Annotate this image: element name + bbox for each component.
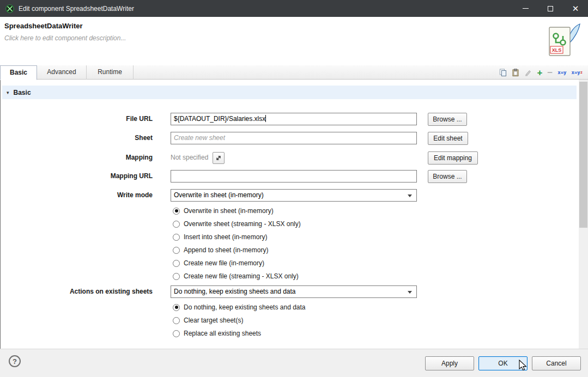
- write-mode-option-3[interactable]: Append to sheet (in-memory): [173, 244, 268, 256]
- component-description-field[interactable]: Click here to edit component description…: [4, 34, 126, 42]
- file-url-input[interactable]: ${DATAOUT_DIR}/Salaries.xlsx: [171, 113, 417, 125]
- edit-component-dialog: Edit component SpreadsheetDataWriter ✕ S…: [0, 0, 588, 377]
- clear-icon[interactable]: [524, 68, 532, 77]
- icon-xls-label: XLS: [552, 47, 562, 53]
- minimize-button[interactable]: [513, 0, 538, 17]
- remove-icon[interactable]: −: [547, 68, 553, 77]
- open-mapping-editor-button[interactable]: [213, 152, 225, 164]
- minimize-icon: [523, 8, 529, 9]
- write-mode-option-5[interactable]: Create new file (streaming - XLSX only): [173, 270, 299, 282]
- tab-basic[interactable]: Basic: [0, 65, 37, 80]
- expand-diagonal-icon: [215, 155, 222, 161]
- file-url-label: File URL: [11, 113, 153, 125]
- component-name: SpreadsheetDataWriter: [4, 22, 83, 30]
- section-title: Basic: [14, 89, 31, 96]
- radio-icon[interactable]: [173, 234, 180, 241]
- help-icon: ?: [13, 357, 17, 366]
- dialog-header: SpreadsheetDataWriter Click here to edit…: [0, 17, 588, 65]
- radio-icon[interactable]: [173, 247, 180, 254]
- chevron-down-icon: [408, 194, 412, 197]
- write-mode-option-4[interactable]: Create new file (in-memory): [173, 257, 264, 269]
- mapping-url-input[interactable]: [171, 170, 417, 183]
- paste-icon[interactable]: [512, 68, 519, 77]
- write-mode-combobox[interactable]: Overwrite in sheet (in-memory): [171, 189, 417, 202]
- window-title: Edit component SpreadsheetDataWriter: [19, 5, 134, 13]
- text-caret: [265, 115, 266, 122]
- title-bar[interactable]: Edit component SpreadsheetDataWriter ✕: [0, 0, 588, 17]
- actions-on-existing-sheets-combobox[interactable]: Do nothing, keep existing sheets and dat…: [171, 285, 417, 298]
- scrollbar-thumb[interactable]: [579, 82, 587, 228]
- sheet-placeholder: Create new sheet: [174, 134, 225, 142]
- spreadsheet-writer-icon: XLS: [546, 22, 582, 62]
- tab-runtime[interactable]: Runtime: [87, 65, 134, 80]
- apply-button[interactable]: Apply: [425, 356, 474, 370]
- write-mode-selected-value: Overwrite in sheet (in-memory): [174, 191, 264, 199]
- edit-sheet-button[interactable]: Edit sheet: [428, 132, 468, 145]
- mapping-label: Mapping: [11, 151, 153, 164]
- radio-icon[interactable]: [173, 317, 180, 324]
- close-button[interactable]: ✕: [563, 0, 588, 17]
- maximize-button[interactable]: [538, 0, 563, 17]
- mouse-cursor: [519, 360, 530, 372]
- app-icon: [5, 4, 14, 13]
- chevron-down-icon: [408, 291, 412, 294]
- dialog-footer: ? Apply OK Cancel: [0, 349, 588, 377]
- vertical-scrollbar[interactable]: [579, 80, 588, 349]
- close-icon: ✕: [572, 4, 579, 13]
- section-basic-header[interactable]: ▾ Basic: [2, 86, 577, 99]
- write-mode-label: Write mode: [11, 189, 153, 202]
- simple-mapping-icon[interactable]: x=y: [557, 68, 566, 77]
- file-url-value: ${DATAOUT_DIR}/Salaries.xlsx: [174, 115, 265, 123]
- collapse-twistie-icon[interactable]: ▾: [7, 90, 9, 95]
- file-url-browse-button[interactable]: Browse ...: [428, 113, 467, 126]
- radio-icon[interactable]: [173, 273, 180, 280]
- radio-icon[interactable]: [173, 304, 180, 311]
- sheet-label: Sheet: [11, 132, 153, 144]
- sheet-input[interactable]: Create new sheet: [171, 132, 417, 144]
- cancel-button[interactable]: Cancel: [532, 356, 581, 370]
- write-mode-option-0[interactable]: Overwrite in sheet (in-memory): [173, 205, 274, 217]
- edit-mapping-button[interactable]: Edit mapping: [428, 151, 478, 165]
- radio-icon[interactable]: [173, 221, 180, 228]
- tab-advanced[interactable]: Advanced: [37, 65, 87, 80]
- mapping-url-label: Mapping URL: [11, 170, 153, 183]
- actions-option-2[interactable]: Replace all existing sheets: [173, 327, 261, 339]
- actions-on-existing-sheets-label: Actions on existing sheets: [11, 285, 153, 298]
- copy-icon[interactable]: [499, 68, 507, 77]
- mapping-status: Not specified: [171, 151, 208, 164]
- write-mode-option-2[interactable]: Insert into sheet (in-memory): [173, 231, 267, 243]
- radio-icon[interactable]: [173, 330, 180, 337]
- maximize-icon: [548, 6, 553, 11]
- radio-icon[interactable]: [173, 260, 180, 267]
- mapping-url-browse-button[interactable]: Browse ...: [428, 170, 467, 183]
- radio-icon[interactable]: [173, 208, 180, 215]
- actions-option-1[interactable]: Clear target sheet(s): [173, 314, 243, 326]
- add-icon[interactable]: +: [537, 68, 542, 77]
- advanced-mapping-icon[interactable]: x=yz: [572, 68, 583, 77]
- help-button[interactable]: ?: [9, 355, 21, 367]
- write-mode-option-1[interactable]: Overwrite sheet (streaming - XLSX only): [173, 218, 301, 230]
- tab-bar: Basic Advanced Runtime + − x=y x=yz: [0, 65, 588, 80]
- actions-option-0[interactable]: Do nothing, keep existing sheets and dat…: [173, 301, 306, 313]
- actions-selected-value: Do nothing, keep existing sheets and dat…: [174, 288, 296, 295]
